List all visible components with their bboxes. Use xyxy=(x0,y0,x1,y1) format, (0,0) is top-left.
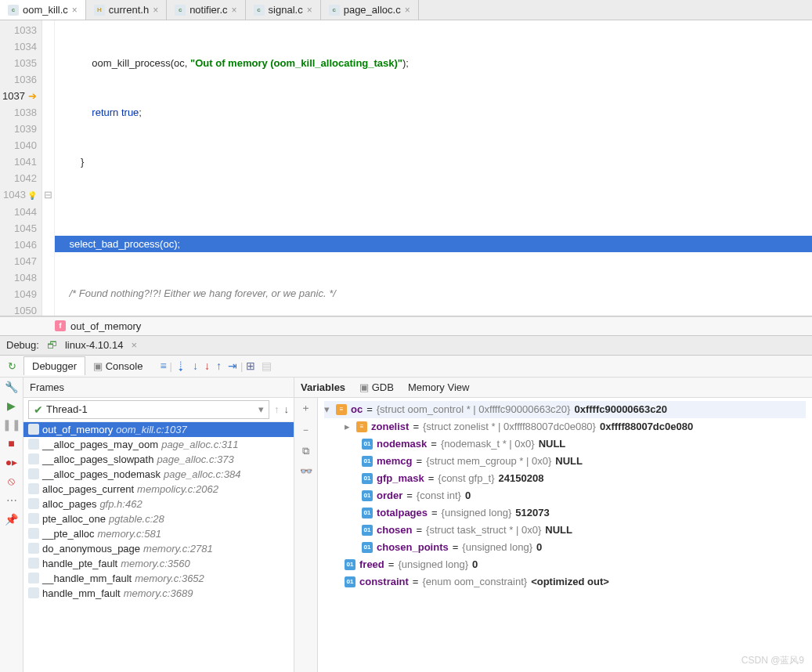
debug-config-bar: Debug: 🗗 linux-4.10.14 × xyxy=(0,335,812,356)
var-row: 01gfp_mask = {const gfp_t} 24150208 xyxy=(324,470,806,487)
frame-row[interactable]: __pte_alloc memory.c:581 xyxy=(23,526,294,541)
prim-icon: 01 xyxy=(362,473,373,484)
frame-row[interactable]: do_anonymous_page memory.c:2781 xyxy=(23,541,294,556)
pause-button[interactable]: ❚❚ xyxy=(2,418,21,431)
prim-icon: 01 xyxy=(345,559,355,570)
frame-row[interactable]: handle_pte_fault memory.c:3560 xyxy=(23,556,294,571)
debug-toolbar: ↻ Debugger ▣ Console ≡ | ⭭ ↓ ↓ ↑ ⇥ | ⊞ ▤ xyxy=(0,356,812,378)
pin-icon[interactable]: 📌 xyxy=(5,513,18,526)
thread-selector[interactable]: ✔ Thread-1 ▾ xyxy=(28,400,269,419)
stack-icon xyxy=(28,439,39,450)
frame-row[interactable]: __handle_mm_fault memory.c:3652 xyxy=(23,571,294,586)
breadcrumb-fn: out_of_memory xyxy=(70,320,141,332)
tab-debugger[interactable]: Debugger xyxy=(23,356,85,375)
close-icon[interactable]: × xyxy=(232,5,237,16)
var-row: 01totalpages = {unsigned long} 512073 xyxy=(324,504,806,522)
settings-icon[interactable]: 🔧 xyxy=(5,381,18,393)
run-config-icon: 🗗 xyxy=(47,339,57,351)
debug-sidebar: 🔧 ▶ ❚❚ ■ ●▸ ⦸ ⋯ 📌 xyxy=(0,378,23,673)
prim-icon: 01 xyxy=(345,576,355,587)
stop-button[interactable]: ■ xyxy=(8,437,14,450)
step-out-icon[interactable]: ↑ xyxy=(213,358,225,374)
var-row: ▸≡zonelist = {struct zonelist * | 0xffff… xyxy=(324,418,806,435)
tab-signal-c[interactable]: csignal.c× xyxy=(246,0,321,20)
frames-panel: Frames ✔ Thread-1 ▾ ↑ ↓ out_of_memory oo… xyxy=(23,378,294,673)
frames-header: Frames xyxy=(23,378,294,398)
tab-variables[interactable]: Variables xyxy=(301,381,345,393)
rerun-button[interactable]: ↻ xyxy=(0,360,23,372)
prim-icon: 01 xyxy=(362,439,373,450)
mute-breakpoints-icon[interactable]: ⦸ xyxy=(8,475,15,488)
prim-icon: 01 xyxy=(362,542,373,553)
tab-gdb[interactable]: ▣ GDB xyxy=(359,381,394,393)
frame-up-icon[interactable]: ↑ xyxy=(274,403,280,415)
run-to-cursor-icon[interactable]: ⇥ xyxy=(225,358,240,374)
force-step-into-icon[interactable]: ↓ xyxy=(201,358,213,374)
stack-icon xyxy=(28,453,39,464)
prim-icon: 01 xyxy=(362,525,373,536)
close-icon[interactable]: × xyxy=(153,5,158,16)
copy-icon[interactable]: ⧉ xyxy=(302,445,309,457)
var-row: 01freed = {unsigned long} 0 xyxy=(324,556,806,573)
editor-tabs: coom_kill.c× Hcurrent.h× cnotifier.c× cs… xyxy=(0,0,812,20)
tab-memory-view[interactable]: Memory View xyxy=(408,381,470,393)
var-row: 01order = {const int} 0 xyxy=(324,487,806,504)
debug-config-name[interactable]: linux-4.10.14 xyxy=(65,339,123,351)
tab-console[interactable]: ▣ Console xyxy=(85,357,150,375)
add-watch-icon[interactable]: ＋ xyxy=(301,401,311,415)
tab-current-h[interactable]: Hcurrent.h× xyxy=(86,0,167,20)
debug-panels: 🔧 ▶ ❚❚ ■ ●▸ ⦸ ⋯ 📌 Frames ✔ Thread-1 ▾ ↑ … xyxy=(0,378,812,673)
frame-row[interactable]: handle_mm_fault memory.c:3689 xyxy=(23,586,294,601)
prim-icon: 01 xyxy=(362,490,373,501)
stack-icon xyxy=(28,468,39,479)
close-icon[interactable]: × xyxy=(307,5,312,16)
frame-row[interactable]: alloc_pages_current mempolicy.c:2062 xyxy=(23,482,294,497)
frame-row[interactable]: pte_alloc_one pgtable.c:28 xyxy=(23,511,294,526)
tab-notifier-c[interactable]: cnotifier.c× xyxy=(167,0,245,20)
var-row: ▾≡oc = {struct oom_control * | 0xffffc90… xyxy=(324,401,806,418)
prim-icon: 01 xyxy=(362,508,373,518)
frame-down-icon[interactable]: ↓ xyxy=(284,403,290,415)
close-icon[interactable]: × xyxy=(131,339,137,351)
code-area[interactable]: oom_kill_process(oc, "Out of memory (oom… xyxy=(55,20,812,316)
layout-icon[interactable]: ▤ xyxy=(258,358,275,374)
frames-list[interactable]: out_of_memory oom_kill.c:1037 __alloc_pa… xyxy=(23,422,294,673)
struct-icon: ≡ xyxy=(356,421,367,432)
var-row: 01chosen_points = {unsigned long} 0 xyxy=(324,539,806,556)
editor[interactable]: 1033103410351036 1037 103810391040104110… xyxy=(0,20,812,316)
frame-row[interactable]: __alloc_pages_slowpath page_alloc.c:373 xyxy=(23,452,294,467)
frame-row[interactable]: __alloc_pages_nodemask page_alloc.c:384 xyxy=(23,467,294,482)
var-row: 01chosen = {struct task_struct * | 0x0} … xyxy=(324,522,806,539)
threads-icon[interactable]: ≡ xyxy=(157,358,169,374)
variables-tree[interactable]: ▾≡oc = {struct oom_control * | 0xffffc90… xyxy=(318,398,812,673)
frame-row[interactable]: out_of_memory oom_kill.c:1037 xyxy=(23,422,294,437)
view-breakpoints-icon[interactable]: ●▸ xyxy=(5,456,17,468)
glasses-icon[interactable]: 👓 xyxy=(300,465,312,477)
line-gutter: 1033103410351036 1037 103810391040104110… xyxy=(0,20,42,316)
c-file-icon: c xyxy=(175,5,186,16)
var-row: 01constraint = {enum oom_constraint} <op… xyxy=(324,573,806,591)
vars-tabs: Variables ▣ GDB Memory View xyxy=(294,378,812,398)
frame-row[interactable]: alloc_pages gfp.h:462 xyxy=(23,497,294,511)
debug-label: Debug: xyxy=(6,339,39,351)
step-into-icon[interactable]: ↓ xyxy=(189,358,201,374)
fold-column[interactable]: ⊟ xyxy=(42,20,55,316)
remove-watch-icon[interactable]: － xyxy=(301,423,311,437)
stack-icon xyxy=(28,558,39,569)
breadcrumb[interactable]: f out_of_memory xyxy=(0,316,812,335)
stack-icon xyxy=(28,528,39,539)
close-icon[interactable]: × xyxy=(72,5,78,16)
tab-oom-kill[interactable]: coom_kill.c× xyxy=(0,0,86,20)
c-file-icon: c xyxy=(329,5,340,16)
var-row: 01memcg = {struct mem_cgroup * | 0x0} NU… xyxy=(324,453,806,470)
stack-icon xyxy=(28,483,39,494)
tab-page-alloc-c[interactable]: cpage_alloc.c× xyxy=(321,0,419,20)
more-icon[interactable]: ⋯ xyxy=(6,494,17,507)
stack-icon xyxy=(28,424,39,435)
step-over-icon[interactable]: ⭭ xyxy=(172,358,189,374)
evaluate-icon[interactable]: ⊞ xyxy=(243,358,258,374)
frame-row[interactable]: __alloc_pages_may_oom page_alloc.c:311 xyxy=(23,437,294,452)
close-icon[interactable]: × xyxy=(405,5,410,16)
resume-button[interactable]: ▶ xyxy=(7,399,16,412)
stack-icon xyxy=(28,543,39,554)
